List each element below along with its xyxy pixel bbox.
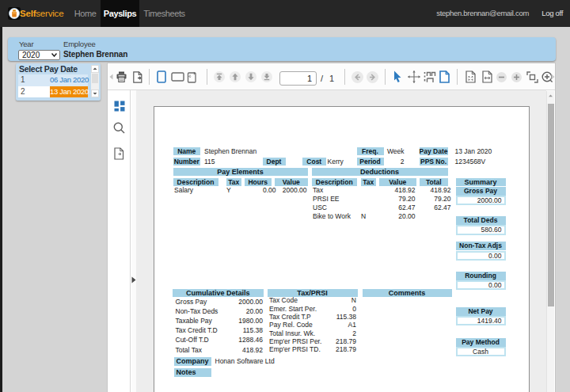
marquee-tool-button[interactable] [424,63,436,90]
cum-value: 2000.00 [218,298,263,306]
de-description: PRSI EE [313,195,340,203]
landscape-view-button[interactable] [171,63,184,90]
cost-label-chip: Cost [302,158,326,166]
back-button[interactable] [352,63,363,90]
year-select[interactable]: 2020 [18,50,60,60]
pay-date-row-2-selected[interactable]: 2 13 Jan 2020 [18,86,88,98]
pay-date-row-1[interactable]: 1 06 Jan 2020 [18,74,88,86]
single-page-view-button[interactable] [156,63,167,90]
document-area: Name Stephen Brennan Freq. Week Pay Date… [136,90,546,392]
de-value: 20.00 [380,212,416,220]
summary-value: 0.00 [456,280,506,291]
number-value: 115 [204,158,215,166]
window-left-edge [0,27,2,392]
previous-page-button[interactable] [230,63,241,90]
tp-label: Pay Rel. Code [269,321,313,329]
toolbar-overflow-icon[interactable] [550,63,556,90]
de-col-tax: Tax [361,178,376,186]
thumbnails-button[interactable] [108,101,131,112]
first-page-button[interactable] [214,63,225,90]
pe-col-hours: Hours [245,178,272,186]
search-button[interactable] [108,122,131,134]
cum-label: Total Tax [176,346,202,354]
deductions-header: Deductions [312,168,448,176]
pe-hours: 0.00 [249,186,276,194]
period-label-chip: Period [357,158,384,166]
summary-value: 0.00 [456,251,506,261]
tp-value: A1 [313,321,356,329]
pay-date-index: 2 [21,86,25,98]
actual-size-button[interactable] [526,63,538,90]
page-tool-button[interactable] [439,63,450,90]
de-total: 418.92 [416,186,451,194]
summary-label: Pay Method [456,338,506,347]
tp-value: 218.79 [313,345,356,353]
filter-bar: Year Employee 2020 Stephen Brennan [8,37,556,61]
scroll-up-button[interactable] [91,65,99,73]
pay-elements-header: Pay Elements [173,168,308,176]
zoom-in-button[interactable] [511,63,522,90]
period-value: 2 [386,158,405,166]
arrow-up-icon [548,93,553,98]
de-total: 79.20 [416,195,451,203]
de-value: 418.92 [380,186,416,194]
de-value: 62.47 [380,204,416,211]
pay-date-label-chip: Pay Date [420,147,448,155]
pay-date-value: 06 Jan 2020 [50,74,88,86]
toolbar-separator [457,69,458,85]
cum-label: Tax Credit T.D [176,326,218,334]
toolbar-separator [149,69,150,85]
landscape-page-icon [171,72,184,82]
pay-date-list: 1 06 Jan 2020 2 13 Jan 2020 [18,74,88,97]
tp-value: N [313,296,356,304]
print-icon [116,71,127,82]
scroll-thumb[interactable] [92,74,98,83]
company-label-chip: Company [174,357,212,366]
cumulative-header: Cumulative Details [173,289,264,297]
summary-value: 1419.40 [456,316,506,326]
tp-value: 0 [313,305,356,313]
toolbar-collapse-icon[interactable] [108,63,114,90]
page-number-input[interactable] [279,71,317,86]
tab-home[interactable]: Home [70,0,101,27]
pay-date-panel: Select Pay Date 1 06 Jan 2020 2 13 Jan 2… [16,63,101,101]
tp-label: Tax Code [269,296,298,304]
tp-label: Emer. Start Per. [269,305,317,313]
rotate-page-button[interactable] [186,63,199,90]
tp-value: 218.79 [313,337,356,345]
pe-tax: Y [226,186,231,194]
actual-size-icon [526,71,538,83]
summary-label: Non-Tax Adjs [456,242,506,250]
viewer-scroll-thumb[interactable] [548,104,554,306]
attachments-button[interactable] [108,147,131,160]
fit-width-button[interactable] [481,63,492,90]
viewer-scroll-up-button[interactable] [547,91,554,101]
summary-label: Gross Pay [456,187,506,196]
zoom-out-button[interactable] [496,63,507,90]
print-button[interactable] [116,63,127,90]
select-tool-button[interactable] [392,63,403,90]
back-icon [352,71,363,83]
pay-date-scrollbar[interactable] [91,65,99,97]
tp-value: 2 [313,329,356,337]
arrow-up-icon [230,71,241,82]
pay-date-value: 13 Jan 2020 [50,86,88,98]
pan-tool-button[interactable] [408,63,420,90]
freq-label-chip: Freq. [357,147,384,155]
tab-payslips[interactable]: Payslips [101,0,139,27]
de-total: 62.47 [416,204,451,211]
export-button[interactable] [132,63,142,90]
cost-value: Kerry [328,158,344,166]
next-page-button[interactable] [245,63,256,90]
scroll-down-button[interactable] [91,89,99,97]
cum-value: 1980.00 [218,317,263,325]
summary-label: Total Deds [456,216,506,225]
log-off-link[interactable]: Log off [542,0,563,27]
pe-value: 2000.00 [273,186,307,194]
fit-page-button[interactable] [465,63,476,90]
tab-timesheets[interactable]: Timesheets [139,0,189,27]
forward-button[interactable] [367,63,378,90]
last-page-button[interactable] [261,63,272,90]
viewer-scrollbar[interactable] [546,91,554,392]
tp-label: Tax Credit T.P [269,313,311,321]
